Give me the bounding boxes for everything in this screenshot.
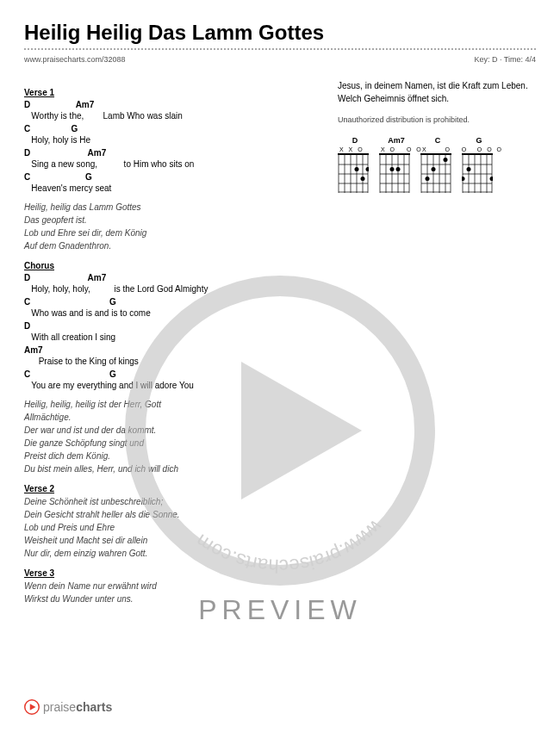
- chord-name: D: [338, 136, 372, 145]
- fret-marks: X O O O: [379, 146, 414, 152]
- chord-diagram-d: D X X O: [338, 136, 372, 191]
- section-label: Verse 2: [24, 484, 312, 493]
- lyric-line: Worthy is the, Lamb Who was slain: [24, 110, 312, 121]
- lyric-line: Holy, holy is He: [24, 134, 312, 146]
- fretboard: [462, 153, 493, 191]
- lyric-line: Praise to the King of kings: [24, 356, 312, 367]
- meta-row: www.praisecharts.com/32088 Key: D · Time…: [24, 55, 536, 64]
- title-divider: [24, 48, 536, 50]
- copyright-notice: Unauthorized distribution is prohibited.: [338, 115, 536, 124]
- chord-sheet-page: Heilig Heilig Das Lamm Gottes www.praise…: [0, 0, 560, 631]
- chord-name: C: [420, 136, 455, 145]
- lyric-line: Holy, holy, holy, is the Lord God Almigh…: [24, 283, 312, 295]
- fret-marks: X X O: [338, 146, 372, 152]
- section-label: Verse 1: [24, 88, 312, 97]
- translation-block: Heilig, heilig, heilig ist der Herr, Got…: [24, 398, 312, 475]
- chord-diagram-c: C X O O: [420, 136, 455, 191]
- lyric-line: Sing a new song, to Him who sits on: [24, 158, 312, 170]
- fretboard-grid-icon: [338, 155, 369, 193]
- chord-name: G: [462, 136, 496, 145]
- chord-diagram-am7: Am7 X O O O: [379, 136, 414, 191]
- section-label: Chorus: [24, 261, 312, 270]
- fretboard: [338, 153, 369, 191]
- source-url: www.praisecharts.com/32088: [24, 55, 126, 64]
- svg-point-37: [426, 177, 430, 181]
- chord-line: D: [24, 320, 312, 332]
- fretboard-grid-icon: [462, 155, 493, 193]
- fretboard-grid-icon: [379, 155, 410, 193]
- chord-line: D Am7: [24, 272, 312, 283]
- translation-block: Deine Schönheit ist unbeschreiblich; Dei…: [24, 495, 312, 560]
- fret-marks: X O O: [420, 146, 455, 152]
- svg-marker-53: [30, 704, 36, 710]
- translation-block: Heilig, heilig das Lamm Gottes Das geopf…: [24, 201, 312, 252]
- chord-line: Am7: [24, 344, 312, 356]
- svg-point-11: [366, 167, 370, 171]
- svg-point-24: [396, 167, 401, 171]
- chord-line: C G: [24, 369, 312, 380]
- chord-line: D Am7: [24, 99, 312, 110]
- section-label: Verse 3: [24, 568, 312, 578]
- fret-marks: O O O: [462, 146, 496, 152]
- chord-diagram-g: G O O O: [462, 136, 496, 191]
- lyrics-column: Verse 1 D Am7 Worthy is the, Lamb Who wa…: [24, 79, 312, 611]
- svg-point-49: [462, 177, 465, 181]
- chord-name: Am7: [379, 136, 414, 145]
- lyric-line: Heaven's mercy seat: [24, 183, 312, 194]
- chord-diagrams-row: D X X O: [338, 136, 536, 191]
- chord-line: C G: [24, 123, 312, 134]
- lyric-line: With all creation I sing: [24, 332, 312, 343]
- svg-point-50: [490, 177, 494, 181]
- continuation-text: Jesus, in deinem Namen, ist die Kraft zu…: [338, 79, 536, 105]
- svg-point-10: [355, 167, 359, 171]
- svg-point-35: [444, 158, 448, 162]
- svg-point-23: [390, 167, 395, 171]
- fretboard: [379, 153, 410, 191]
- content-columns: Verse 1 D Am7 Worthy is the, Lamb Who wa…: [24, 79, 536, 611]
- footer-text: praisecharts: [43, 700, 112, 714]
- chord-line: C G: [24, 296, 312, 307]
- chord-line: D Am7: [24, 147, 312, 158]
- footer-brand: praisecharts: [24, 699, 112, 715]
- lyric-line: You are my everything and I will adore Y…: [24, 380, 312, 391]
- svg-point-48: [467, 167, 471, 171]
- key-time: Key: D · Time: 4/4: [474, 55, 536, 64]
- right-column: Jesus, in deinem Namen, ist die Kraft zu…: [338, 79, 536, 611]
- translation-block: Wenn dein Name nur erwähnt wird Wirkst d…: [24, 580, 312, 605]
- lyric-line: Who was and is and is to come: [24, 307, 312, 319]
- svg-point-12: [361, 177, 365, 181]
- play-circle-icon: [24, 699, 40, 715]
- fretboard-grid-icon: [420, 155, 451, 193]
- fretboard: [420, 153, 451, 191]
- svg-point-36: [432, 167, 436, 171]
- song-title: Heilig Heilig Das Lamm Gottes: [24, 21, 536, 45]
- chord-line: C G: [24, 171, 312, 183]
